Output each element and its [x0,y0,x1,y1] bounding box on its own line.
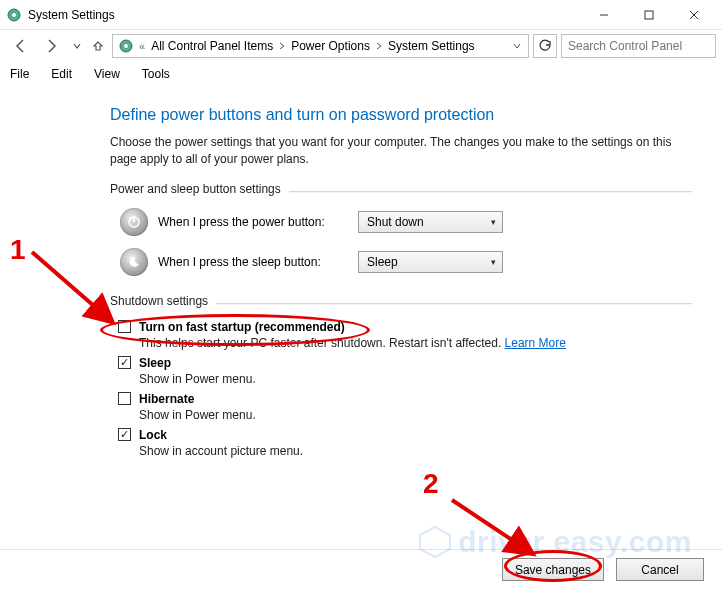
menu-file[interactable]: File [6,65,33,83]
menu-edit[interactable]: Edit [47,65,76,83]
window-controls [581,1,716,29]
menu-view[interactable]: View [90,65,124,83]
breadcrumb-overflow[interactable]: « [135,40,149,52]
window-title: System Settings [28,8,581,22]
titlebar: System Settings [0,0,722,30]
fast-startup-label: Turn on fast startup (recommended) [139,320,345,334]
sleep-button-value: Sleep [367,255,398,269]
group-power-label: Power and sleep button settings [110,182,281,196]
hibernate-checkbox[interactable] [118,392,131,405]
breadcrumb[interactable]: « All Control Panel Items Power Options … [112,34,529,58]
sleep-desc: Show in Power menu. [139,372,692,386]
page-title: Define power buttons and turn on passwor… [110,106,692,124]
close-button[interactable] [671,1,716,29]
power-button-value: Shut down [367,215,424,229]
lock-desc: Show in account picture menu. [139,444,692,458]
recent-locations-button[interactable] [70,32,84,60]
back-button[interactable] [6,32,34,60]
chevron-down-icon[interactable] [510,35,524,57]
fast-startup-row: Turn on fast startup (recommended) This … [118,320,692,350]
hibernate-label: Hibernate [139,392,194,406]
breadcrumb-item-power[interactable]: Power Options [289,39,372,53]
refresh-button[interactable] [533,34,557,58]
fast-startup-desc: This helps start your PC faster after sh… [139,336,692,350]
hibernate-row: Hibernate Show in Power menu. [118,392,692,422]
lock-checkbox[interactable] [118,428,131,441]
maximize-button[interactable] [626,1,671,29]
sleep-button-label: When I press the sleep button: [158,255,348,269]
page-description: Choose the power settings that you want … [110,134,692,168]
svg-point-7 [124,44,128,48]
svg-marker-10 [420,527,450,557]
control-panel-icon [117,37,135,55]
power-button-dropdown[interactable]: Shut down ▾ [358,211,503,233]
divider [216,303,692,305]
app-icon [6,7,22,23]
chevron-down-icon: ▾ [491,217,496,227]
minimize-button[interactable] [581,1,626,29]
menu-tools[interactable]: Tools [138,65,174,83]
power-button-row: When I press the power button: Shut down… [120,202,692,242]
lock-label: Lock [139,428,167,442]
navbar: « All Control Panel Items Power Options … [0,30,722,62]
save-button[interactable]: Save changes [502,558,604,581]
power-icon [120,208,148,236]
learn-more-link[interactable]: Learn More [505,336,566,350]
sleep-button-row: When I press the sleep button: Sleep ▾ [120,242,692,282]
menubar: File Edit View Tools [0,62,722,86]
chevron-right-icon[interactable] [372,35,386,57]
search-input[interactable] [561,34,716,58]
sleep-button-dropdown[interactable]: Sleep ▾ [358,251,503,273]
cancel-button[interactable]: Cancel [616,558,704,581]
divider [289,191,692,193]
fast-startup-checkbox[interactable] [118,320,131,333]
power-button-label: When I press the power button: [158,215,348,229]
svg-point-1 [12,13,16,17]
breadcrumb-item-settings[interactable]: System Settings [386,39,477,53]
forward-button[interactable] [38,32,66,60]
svg-rect-3 [645,11,653,19]
chevron-right-icon[interactable] [275,35,289,57]
main-content: Define power buttons and turn on passwor… [0,86,722,549]
breadcrumb-item-all[interactable]: All Control Panel Items [149,39,275,53]
sleep-icon [120,248,148,276]
chevron-down-icon: ▾ [491,257,496,267]
sleep-label: Sleep [139,356,171,370]
up-button[interactable] [88,32,108,60]
lock-row: Lock Show in account picture menu. [118,428,692,458]
group-shutdown-label: Shutdown settings [110,294,208,308]
sleep-row: Sleep Show in Power menu. [118,356,692,386]
hibernate-desc: Show in Power menu. [139,408,692,422]
watermark: driver easy.com [418,525,692,559]
sleep-checkbox[interactable] [118,356,131,369]
